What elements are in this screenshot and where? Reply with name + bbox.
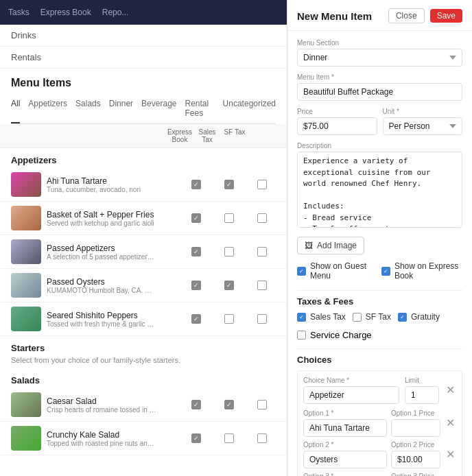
unit-select[interactable]: Per Person Per Item Per Hour Flat Rate: [383, 117, 463, 135]
nav-item-express[interactable]: Express Book: [40, 8, 91, 17]
item-desc: Tuna, cucumber, avocado, nori: [47, 186, 156, 193]
option2-label: Option 2 *: [303, 441, 387, 449]
guest-express-row: Show on Guest Menu Show on Express Book: [297, 261, 462, 283]
sf-check[interactable]: [248, 247, 276, 257]
option1-price-input[interactable]: [391, 419, 440, 437]
express-check[interactable]: [182, 213, 210, 223]
add-image-button[interactable]: 🖼 Add Image: [297, 237, 364, 254]
sf-check[interactable]: [248, 281, 276, 290]
choice-name-group: Choice Name *: [303, 377, 399, 404]
limit-input[interactable]: [405, 386, 439, 404]
nav-item-repo[interactable]: Repo...: [102, 8, 129, 17]
sales-check[interactable]: [215, 180, 243, 189]
close-button[interactable]: Close: [388, 8, 425, 23]
item-name: Crunchy Kale Salad: [47, 430, 177, 440]
nav-item-tasks[interactable]: Tasks: [8, 8, 30, 17]
item-name: Passed Appetizers: [47, 243, 177, 253]
show-guest-menu-checkbox[interactable]: [297, 267, 306, 276]
express-check[interactable]: [182, 400, 210, 409]
choice-name-input[interactable]: [303, 386, 399, 404]
sales-check[interactable]: [215, 281, 243, 290]
starters-sub: Select from your choice of our family-st…: [0, 356, 287, 368]
gratuity-checkbox[interactable]: [398, 313, 407, 322]
sf-check[interactable]: [248, 400, 276, 409]
option2-price-label: Option 2 Price: [391, 441, 440, 449]
price-group: Price: [297, 108, 377, 135]
option2-price-input[interactable]: [391, 451, 440, 468]
option-price-group-1: Option 1 Price: [391, 409, 440, 437]
express-check[interactable]: [182, 281, 210, 290]
item-info: Passed Oysters KUMAMOTO Humbolt Bay, CA.…: [47, 277, 177, 294]
option2-name-input[interactable]: [303, 451, 387, 468]
tab-salads[interactable]: Salads: [75, 96, 101, 123]
sales-check[interactable]: [215, 213, 243, 223]
save-button[interactable]: Save: [430, 9, 462, 23]
menu-items-title: Menu Items: [11, 77, 276, 89]
sales-tax-row: Sales Tax: [297, 312, 346, 322]
show-express-book-row: Show on Express Book: [381, 261, 462, 281]
sales-check[interactable]: [215, 400, 243, 409]
limit-group: Limit: [405, 377, 439, 404]
sales-check[interactable]: [215, 247, 243, 257]
menu-item-input[interactable]: [297, 83, 462, 101]
menu-section-select[interactable]: Dinner Appetizers Salads Beverage Rental…: [297, 49, 462, 67]
list-item: Basket of Salt + Pepper Fries Served wit…: [0, 202, 287, 235]
sales-tax-label: Sales Tax: [310, 312, 346, 322]
item-thumb: [11, 426, 41, 451]
panel-title: New Menu Item: [297, 10, 372, 22]
sales-tax-checkbox[interactable]: [297, 313, 306, 322]
express-check[interactable]: [182, 433, 210, 443]
remove-option2-button[interactable]: ✕: [445, 449, 456, 460]
drinks-section: Drinks: [0, 25, 287, 47]
section-starters: Starters: [0, 336, 287, 356]
item-desc: Crisp hearts of romaine tossed in caesar…: [47, 406, 156, 414]
choice-name-label: Choice Name *: [303, 377, 399, 384]
remove-choice-button[interactable]: ✕: [445, 377, 456, 404]
tab-all[interactable]: All: [11, 96, 20, 123]
left-panel: Tasks Express Book Repo... Drinks Rental…: [0, 0, 287, 476]
show-express-book-label: Show on Express Book: [394, 261, 462, 281]
sf-check[interactable]: [248, 213, 276, 223]
sales-check[interactable]: [215, 314, 243, 324]
list-item: Crunchy Kale Salad Topped with roasted p…: [0, 422, 287, 455]
unit-group: Unit * Per Person Per Item Per Hour Flat…: [383, 108, 463, 135]
option1-name-input[interactable]: [303, 419, 387, 437]
sf-check[interactable]: [248, 180, 276, 189]
option-row-1: Option 1 * Option 1 Price ✕: [303, 409, 456, 437]
sf-check[interactable]: [248, 314, 276, 324]
option-name-group-2: Option 2 *: [303, 441, 387, 468]
price-unit-group: Price Unit * Per Person Per Item Per Hou…: [297, 108, 462, 135]
tabs-row: All Appetizers Salads Dinner Beverage Re…: [11, 96, 276, 124]
service-charge-checkbox[interactable]: [297, 331, 306, 340]
description-input[interactable]: Experience a variety of exceptional cuis…: [297, 152, 462, 228]
tab-dinner[interactable]: Dinner: [109, 96, 133, 123]
tab-rental-fees[interactable]: Rental Fees: [185, 96, 214, 123]
sales-check[interactable]: [215, 433, 243, 443]
express-check[interactable]: [182, 180, 210, 189]
right-panel: New Menu Item Close Save Menu Section Di…: [287, 0, 472, 476]
price-input[interactable]: [297, 117, 377, 135]
menu-item-group: Menu Item *: [297, 73, 462, 101]
column-headers: Express Book Sales Tax SF Tax: [0, 124, 287, 148]
item-desc: Served with ketchup and garlic aioli: [47, 219, 156, 227]
item-desc: KUMAMOTO Humbolt Bay, CA. Clean, salty, …: [47, 287, 156, 294]
top-nav: Tasks Express Book Repo...: [0, 0, 287, 25]
remove-option1-button[interactable]: ✕: [445, 418, 456, 429]
express-check[interactable]: [182, 314, 210, 324]
service-charge-row: Service Charge: [297, 330, 462, 340]
rentals-label: Rentals: [11, 52, 41, 62]
sf-check[interactable]: [248, 433, 276, 443]
option-name-group-3: Option 3 *: [303, 473, 387, 476]
show-express-book-checkbox[interactable]: [381, 267, 390, 276]
col-sf-header: SF Tax: [221, 128, 248, 143]
limit-label: Limit: [405, 377, 439, 384]
item-name: Basket of Salt + Pepper Fries: [47, 210, 177, 219]
item-thumb: [11, 206, 41, 230]
divider-1: [297, 290, 462, 291]
express-check[interactable]: [182, 247, 210, 257]
tab-beverage[interactable]: Beverage: [141, 96, 176, 123]
sf-tax-checkbox[interactable]: [353, 313, 362, 322]
tab-uncategorized[interactable]: Uncategorized: [223, 96, 276, 123]
tab-appetizers[interactable]: Appetizers: [28, 96, 67, 123]
gratuity-row: Gratuity: [398, 312, 440, 322]
